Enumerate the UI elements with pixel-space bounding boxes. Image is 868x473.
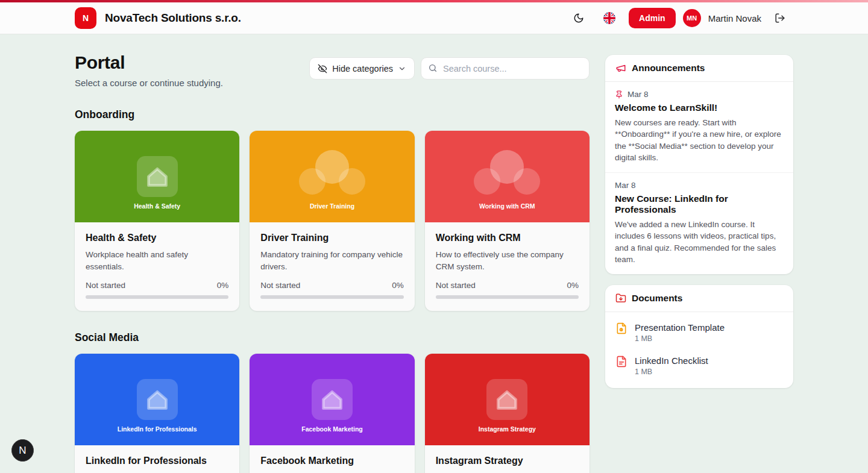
course-card-health-safety[interactable]: Health & Safety Health & Safety Workplac… (75, 131, 239, 311)
moon-icon (573, 13, 584, 23)
hide-categories-label: Hide categories (332, 64, 393, 74)
folder-download-icon (615, 293, 626, 304)
announcement-body: New courses are ready. Start with **Onbo… (615, 117, 784, 163)
announcement-date: Mar 8 (627, 90, 649, 99)
company-name: NovaTech Solutions s.r.o. (105, 11, 241, 25)
course-status: Not started (436, 281, 476, 290)
section-title-social-media: Social Media (75, 331, 590, 344)
announcement-title: Welcome to LearnSkill! (615, 102, 784, 113)
banner-label: Health & Safety (75, 202, 239, 210)
presentation-file-icon (615, 322, 627, 334)
house-icon (137, 156, 178, 197)
search-input[interactable] (421, 57, 590, 80)
course-description: How to effectively use the company CRM s… (436, 249, 579, 272)
announcement-body: We've added a new LinkedIn course. It in… (615, 219, 784, 265)
announcements-panel: Announcements Mar 8 Welcome to LearnSkil… (605, 55, 793, 274)
documents-panel: Documents Presentation Template 1 MB (605, 285, 793, 388)
course-title: Working with CRM (436, 233, 579, 243)
house-icon (486, 379, 527, 420)
hide-categories-button[interactable]: Hide categories (309, 57, 415, 80)
course-card-working-with-crm[interactable]: Working with CRM Working with CRM How to… (425, 131, 590, 311)
course-description: Workplace health and safety essentials. (86, 249, 228, 272)
course-progress: 0% (567, 281, 579, 290)
company-logo: N (75, 7, 96, 29)
social-media-card-grid: LinkedIn for Professionals LinkedIn for … (75, 354, 590, 473)
course-title: Driver Training (260, 233, 403, 243)
document-item[interactable]: LinkedIn Checklist 1 MB (605, 349, 793, 382)
course-banner: Driver Training (250, 131, 414, 222)
course-progress: 0% (217, 281, 229, 290)
avatar[interactable]: MN (683, 9, 701, 27)
text-file-icon (615, 356, 627, 368)
language-switcher[interactable] (602, 11, 617, 25)
section-title-onboarding: Onboarding (75, 108, 590, 121)
course-title: Instagram Strategy (436, 456, 579, 466)
document-item[interactable]: Presentation Template 1 MB (605, 316, 793, 349)
dark-mode-toggle[interactable] (572, 11, 585, 25)
documents-title: Documents (632, 293, 682, 304)
banner-label: LinkedIn for Professionals (75, 425, 239, 433)
document-name: Presentation Template (635, 322, 725, 333)
course-card-linkedin[interactable]: LinkedIn for Professionals LinkedIn for … (75, 354, 239, 473)
banner-label: Facebook Marketing (250, 425, 414, 433)
search-icon (428, 63, 438, 73)
progress-bar (260, 295, 403, 299)
logout-button[interactable] (773, 11, 787, 25)
user-name: Martin Novak (708, 13, 761, 23)
pin-icon (615, 90, 623, 99)
eye-off-icon (318, 64, 327, 74)
uk-flag-icon (603, 12, 615, 24)
admin-button[interactable]: Admin (629, 8, 676, 28)
course-banner: LinkedIn for Professionals (75, 354, 239, 445)
course-banner: Instagram Strategy (425, 354, 590, 445)
announcement-title: New Course: LinkedIn for Professionals (615, 193, 784, 215)
house-icon (312, 379, 353, 420)
announcement-item: Mar 8 Welcome to LearnSkill! New courses… (605, 82, 793, 172)
course-title: Facebook Marketing (260, 456, 403, 466)
document-name: LinkedIn Checklist (635, 356, 708, 366)
page-title: Portal (75, 52, 223, 73)
course-title: Health & Safety (86, 233, 228, 243)
announcement-item: Mar 8 New Course: LinkedIn for Professio… (605, 172, 793, 274)
progress-bar (436, 295, 579, 299)
dev-badge-button[interactable]: N (11, 439, 34, 462)
brand[interactable]: N NovaTech Solutions s.r.o. (75, 7, 241, 29)
document-size: 1 MB (635, 368, 708, 376)
page-subtitle: Select a course or continue studying. (75, 78, 223, 88)
course-title: LinkedIn for Professionals (86, 456, 228, 466)
course-card-driver-training[interactable]: Driver Training Driver Training Mandator… (250, 131, 414, 311)
announcement-date: Mar 8 (615, 181, 636, 190)
announcements-title: Announcements (632, 63, 705, 74)
logout-icon (775, 13, 785, 23)
course-card-facebook[interactable]: Facebook Marketing Facebook Marketing Fu… (250, 354, 414, 473)
banner-label: Instagram Strategy (425, 425, 590, 433)
progress-bar (86, 295, 228, 299)
circles-art-icon (468, 148, 546, 205)
course-card-instagram[interactable]: Instagram Strategy Instagram Strategy Vi… (425, 354, 590, 473)
chevron-down-icon (398, 64, 406, 73)
course-banner: Working with CRM (425, 131, 590, 222)
course-status: Not started (260, 281, 300, 290)
course-progress: 0% (392, 281, 404, 290)
banner-label: Driver Training (250, 202, 414, 210)
onboarding-card-grid: Health & Safety Health & Safety Workplac… (75, 131, 590, 311)
document-size: 1 MB (635, 334, 725, 343)
course-banner: Health & Safety (75, 131, 239, 222)
megaphone-icon (615, 63, 626, 74)
course-description: Mandatory training for company vehicle d… (260, 249, 403, 272)
house-icon (137, 379, 178, 420)
banner-label: Working with CRM (425, 202, 590, 210)
course-status: Not started (86, 281, 125, 290)
course-banner: Facebook Marketing (250, 354, 414, 445)
circles-art-icon (293, 148, 371, 205)
app-header: N NovaTech Solutions s.r.o. (0, 2, 868, 34)
